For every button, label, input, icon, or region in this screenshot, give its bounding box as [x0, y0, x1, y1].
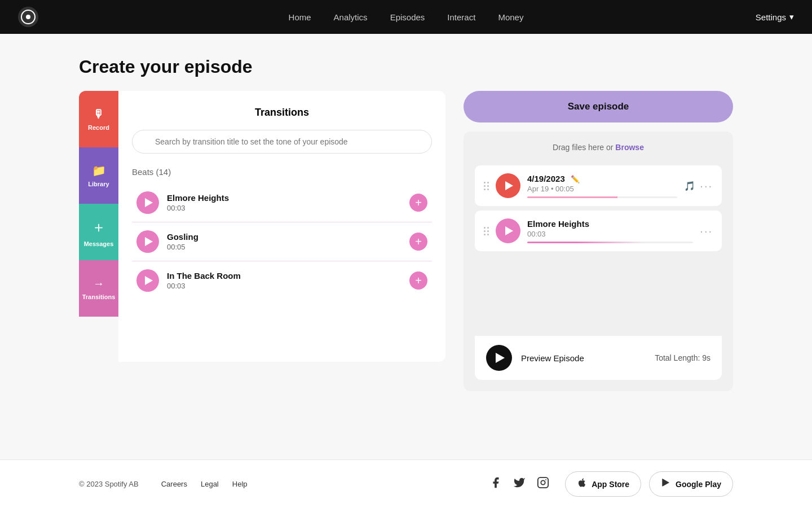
messages-icon: ＋: [91, 217, 106, 237]
episode-track-actions: 🎵 ···: [684, 179, 713, 192]
search-input[interactable]: [132, 130, 432, 154]
drag-handle[interactable]: [484, 182, 489, 190]
library-icon: 📁: [92, 164, 106, 177]
left-panel: 🎙 Record 📁 Library ＋ Messages → Transiti…: [79, 91, 445, 362]
twitter-icon[interactable]: [513, 476, 526, 492]
add-track-button[interactable]: +: [409, 194, 427, 212]
track-name: Gosling: [167, 232, 409, 242]
transitions-icon: →: [93, 277, 104, 290]
settings-button[interactable]: Settings ▾: [756, 12, 794, 22]
play-transition-button[interactable]: [496, 218, 520, 243]
music-icon: 🎵: [684, 181, 695, 191]
google-play-label: Google Play: [676, 480, 721, 489]
drag-handle[interactable]: [484, 227, 489, 235]
sidebar: 🎙 Record 📁 Library ＋ Messages → Transiti…: [79, 91, 118, 362]
nav-interact[interactable]: Interact: [447, 12, 475, 22]
list-item: Elmore Heights 00:03 +: [132, 183, 432, 222]
footer-links: Careers Legal Help: [161, 480, 248, 488]
drag-area: Drag files here or Browse: [475, 143, 722, 152]
footer-copyright: © 2023 Spotify AB: [79, 480, 139, 488]
play-in-the-back-room-button[interactable]: [136, 269, 159, 292]
footer-help-link[interactable]: Help: [232, 480, 248, 488]
apple-icon: [577, 478, 587, 491]
nav-home[interactable]: Home: [289, 12, 311, 22]
play-recording-button[interactable]: [496, 173, 520, 198]
svg-point-2: [26, 15, 30, 19]
track-list: Elmore Heights 00:03 + Gosling 00:05 +: [132, 183, 432, 300]
sidebar-messages-label: Messages: [84, 240, 114, 247]
preview-label: Preview Episode: [521, 353, 646, 363]
facebook-icon[interactable]: [489, 476, 502, 492]
footer-store-buttons: App Store Google Play: [565, 471, 733, 497]
episode-panel: Drag files here or Browse 4/19/2023 ✏: [464, 132, 733, 391]
track-duration: 00:03: [167, 204, 409, 212]
transitions-panel: Transitions Beats (14) Elmore Heights 00…: [118, 91, 445, 362]
episode-track-subtitle: 00:03: [527, 230, 693, 238]
preview-bar: Preview Episode Total Length: 9s: [475, 335, 722, 380]
track-duration: 00:03: [167, 282, 409, 290]
navbar: Home Analytics Episodes Interact Money S…: [0, 0, 812, 34]
episode-track-recording: 4/19/2023 ✏️ Apr 19 • 00:05 🎵 ···: [475, 165, 722, 206]
more-options-button[interactable]: ···: [700, 179, 713, 192]
play-gosling-button[interactable]: [136, 230, 159, 253]
sidebar-transitions-label: Transitions: [82, 294, 116, 300]
beats-header: Beats (14): [132, 167, 432, 177]
play-elmore-heights-button[interactable]: [136, 191, 159, 214]
episode-track-subtitle: Apr 19 • 00:05: [527, 185, 677, 193]
google-play-button[interactable]: Google Play: [649, 471, 733, 497]
track-duration: 00:05: [167, 243, 409, 251]
sidebar-library-label: Library: [88, 181, 109, 187]
main-content: Create your episode 🎙 Record 📁 Library ＋…: [0, 34, 812, 459]
nav-episodes[interactable]: Episodes: [390, 12, 425, 22]
transitions-title: Transitions: [132, 107, 432, 119]
more-options-button[interactable]: ···: [700, 225, 713, 238]
episode-track-info: Elmore Heights 00:03: [527, 219, 693, 243]
footer-social: [489, 476, 549, 492]
footer-careers-link[interactable]: Careers: [161, 480, 187, 488]
save-episode-button[interactable]: Save episode: [464, 91, 733, 122]
track-info: Gosling 00:05: [167, 232, 409, 251]
sidebar-item-record[interactable]: 🎙 Record: [79, 91, 118, 147]
instagram-icon[interactable]: [537, 476, 549, 492]
episode-track-transition: Elmore Heights 00:03 ···: [475, 211, 722, 251]
episode-track-actions: ···: [700, 225, 713, 238]
nav-analytics[interactable]: Analytics: [334, 12, 368, 22]
total-length: Total Length: 9s: [655, 353, 710, 362]
nav-links: Home Analytics Episodes Interact Money: [289, 12, 524, 22]
browse-link[interactable]: Browse: [615, 143, 644, 152]
list-item: Gosling 00:05 +: [132, 222, 432, 261]
sidebar-item-transitions[interactable]: → Transitions: [79, 260, 118, 317]
episode-track-title: Elmore Heights: [527, 219, 693, 229]
track-name: Elmore Heights: [167, 193, 409, 203]
track-info: Elmore Heights 00:03: [167, 193, 409, 212]
svg-point-4: [541, 480, 545, 484]
search-wrapper: [132, 130, 432, 154]
app-store-button[interactable]: App Store: [565, 471, 641, 497]
settings-label: Settings: [756, 12, 786, 22]
add-track-button[interactable]: +: [409, 271, 427, 290]
track-name: In The Back Room: [167, 271, 409, 281]
page-title: Create your episode: [79, 56, 733, 77]
footer-legal-link[interactable]: Legal: [201, 480, 219, 488]
add-track-button[interactable]: +: [409, 233, 427, 251]
microphone-icon: 🎙: [93, 108, 104, 121]
google-play-icon: [661, 478, 671, 491]
episode-track-info: 4/19/2023 ✏️ Apr 19 • 00:05: [527, 174, 677, 198]
track-progress-bar: [527, 242, 693, 243]
list-item: In The Back Room 00:03 +: [132, 261, 432, 300]
sidebar-record-label: Record: [88, 124, 109, 131]
logo: [18, 7, 38, 27]
right-panel: Save episode Drag files here or Browse: [464, 91, 733, 391]
footer: © 2023 Spotify AB Careers Legal Help App…: [0, 459, 812, 508]
nav-money[interactable]: Money: [498, 12, 523, 22]
svg-rect-3: [538, 478, 548, 488]
content-row: 🎙 Record 📁 Library ＋ Messages → Transiti…: [79, 91, 733, 391]
sidebar-item-library[interactable]: 📁 Library: [79, 147, 118, 204]
preview-play-button[interactable]: [486, 345, 512, 371]
sidebar-item-messages[interactable]: ＋ Messages: [79, 204, 118, 260]
edit-icon[interactable]: ✏️: [571, 175, 580, 183]
track-progress-bar: [527, 196, 677, 198]
track-info: In The Back Room 00:03: [167, 271, 409, 290]
svg-point-5: [545, 479, 546, 480]
chevron-down-icon: ▾: [789, 12, 794, 22]
